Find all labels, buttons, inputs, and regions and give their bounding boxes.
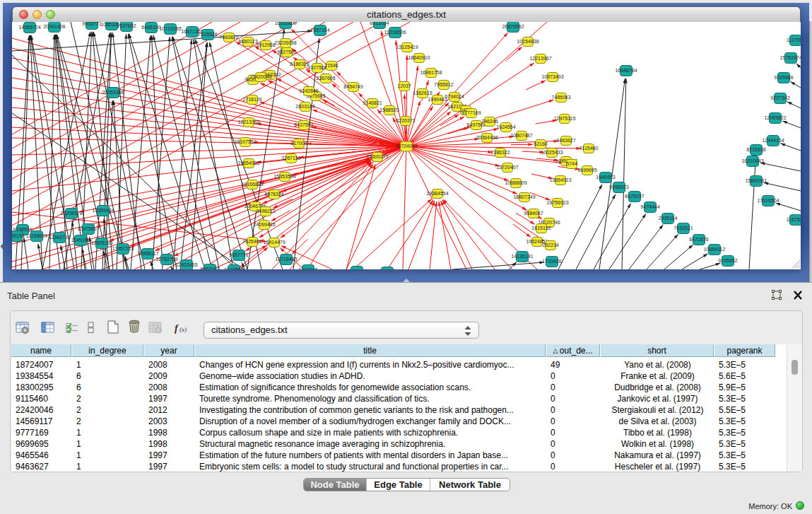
svg-text:24099485: 24099485 bbox=[253, 222, 275, 227]
svg-text:9699695: 9699695 bbox=[577, 168, 596, 173]
svg-text:19756923: 19756923 bbox=[546, 200, 568, 205]
svg-text:15720407: 15720407 bbox=[496, 165, 518, 170]
svg-text:9146821: 9146821 bbox=[363, 100, 382, 105]
svg-text:10654112: 10654112 bbox=[704, 247, 726, 252]
svg-text:2367608: 2367608 bbox=[316, 76, 335, 81]
svg-text:17359934: 17359934 bbox=[92, 208, 114, 213]
svg-text:10688609: 10688609 bbox=[505, 180, 526, 185]
svg-text:6679197: 6679197 bbox=[625, 194, 644, 199]
svg-text:15353594: 15353594 bbox=[273, 174, 295, 179]
svg-text:9777169: 9777169 bbox=[461, 110, 481, 115]
svg-text:12923465: 12923465 bbox=[175, 262, 197, 267]
svg-text:7955812: 7955812 bbox=[434, 82, 453, 87]
svg-text:2718126: 2718126 bbox=[242, 97, 261, 102]
svg-text:10154838: 10154838 bbox=[517, 39, 539, 44]
svg-text:1292346: 1292346 bbox=[298, 267, 317, 269]
svg-text:26876582: 26876582 bbox=[502, 24, 524, 29]
svg-text:1167533: 1167533 bbox=[787, 217, 801, 222]
svg-text:12213967: 12213967 bbox=[529, 56, 551, 61]
svg-text:9329966: 9329966 bbox=[774, 75, 793, 80]
svg-text:17016504: 17016504 bbox=[757, 198, 779, 203]
svg-text:10025433: 10025433 bbox=[541, 150, 563, 155]
svg-text:9857771: 9857771 bbox=[229, 252, 248, 257]
svg-text:1640953: 1640953 bbox=[596, 175, 615, 180]
svg-text:20364436: 20364436 bbox=[476, 135, 498, 140]
svg-text:10973493: 10973493 bbox=[541, 74, 563, 79]
svg-text:746246: 746246 bbox=[481, 119, 498, 124]
svg-text:7857224: 7857224 bbox=[310, 28, 329, 33]
svg-text:23226058: 23226058 bbox=[274, 40, 296, 45]
svg-text:8660123: 8660123 bbox=[238, 39, 257, 44]
svg-text:19654982: 19654982 bbox=[237, 160, 259, 165]
svg-text:9245652: 9245652 bbox=[718, 258, 737, 263]
svg-text:14055724: 14055724 bbox=[18, 25, 40, 30]
svg-text:16210643: 16210643 bbox=[741, 158, 763, 163]
svg-text:20091406: 20091406 bbox=[43, 24, 65, 29]
svg-text:7663822: 7663822 bbox=[219, 35, 238, 40]
svg-text:14136141: 14136141 bbox=[511, 254, 533, 259]
svg-text:12037: 12037 bbox=[397, 83, 411, 88]
svg-text:8174561: 8174561 bbox=[224, 267, 243, 269]
svg-text:12093822: 12093822 bbox=[764, 115, 786, 120]
svg-text:3912958: 3912958 bbox=[256, 42, 275, 47]
svg-text:62160: 62160 bbox=[534, 141, 548, 146]
svg-text:10719185: 10719185 bbox=[159, 26, 181, 31]
svg-text:13716485: 13716485 bbox=[275, 257, 297, 262]
svg-text:20053346: 20053346 bbox=[102, 90, 124, 95]
svg-text:1527602: 1527602 bbox=[117, 23, 136, 28]
svg-text:13654923: 13654923 bbox=[549, 177, 571, 182]
svg-text:23420046: 23420046 bbox=[249, 74, 271, 79]
svg-text:8427552: 8427552 bbox=[294, 122, 313, 127]
svg-text:7632621: 7632621 bbox=[673, 226, 693, 230]
svg-text:7515526: 7515526 bbox=[198, 32, 217, 37]
svg-text:20208578: 20208578 bbox=[60, 211, 82, 216]
svg-text:19218506: 19218506 bbox=[384, 30, 406, 35]
svg-text:939154: 939154 bbox=[12, 233, 25, 238]
svg-text:15300273: 15300273 bbox=[366, 154, 388, 159]
svg-text:1145190: 1145190 bbox=[71, 238, 90, 243]
svg-text:9327503: 9327503 bbox=[277, 49, 296, 54]
svg-text:5744: 5744 bbox=[566, 161, 577, 166]
svg-text:19166825: 19166825 bbox=[241, 182, 263, 187]
svg-text:3267130: 3267130 bbox=[281, 156, 300, 160]
svg-text:317004: 317004 bbox=[290, 141, 307, 146]
svg-text:1117054: 1117054 bbox=[787, 37, 801, 42]
svg-text:15692911: 15692911 bbox=[746, 178, 767, 183]
svg-text:10958117: 10958117 bbox=[137, 251, 159, 256]
svg-text:19384554: 19384554 bbox=[426, 191, 448, 196]
svg-text:3498222: 3498222 bbox=[256, 209, 275, 214]
svg-text:9933771: 9933771 bbox=[82, 22, 101, 26]
svg-text:1624554: 1624554 bbox=[496, 124, 515, 129]
svg-text:2935114: 2935114 bbox=[659, 216, 678, 221]
svg-text:9115460: 9115460 bbox=[579, 146, 599, 151]
svg-text:1362615: 1362615 bbox=[413, 90, 432, 95]
svg-text:12444154: 12444154 bbox=[762, 138, 784, 143]
svg-text:8471676: 8471676 bbox=[689, 237, 708, 242]
svg-text:9862192: 9862192 bbox=[200, 267, 219, 269]
svg-text:18807249: 18807249 bbox=[513, 194, 535, 199]
svg-text:12213369: 12213369 bbox=[237, 119, 259, 124]
svg-text:16107552: 16107552 bbox=[234, 139, 256, 144]
svg-text:16648784: 16648784 bbox=[615, 68, 637, 73]
svg-text:8186328: 8186328 bbox=[290, 62, 309, 66]
svg-text:16033809: 16033809 bbox=[274, 22, 296, 25]
svg-text:17957223: 17957223 bbox=[112, 246, 134, 251]
svg-text:1588520: 1588520 bbox=[379, 107, 399, 112]
svg-text:9463627: 9463627 bbox=[556, 138, 575, 143]
svg-text:7625402: 7625402 bbox=[242, 239, 261, 244]
svg-text:16961758: 16961758 bbox=[420, 70, 442, 75]
svg-text:11156829: 11156829 bbox=[26, 233, 47, 238]
svg-text:10807487: 10807487 bbox=[510, 133, 532, 138]
svg-text:2386322: 2386322 bbox=[490, 150, 510, 155]
svg-text:(x): (x) bbox=[180, 326, 187, 333]
svg-text:8220371: 8220371 bbox=[396, 118, 415, 123]
svg-text:8967193: 8967193 bbox=[347, 269, 366, 269]
svg-text:15751074: 15751074 bbox=[779, 55, 801, 60]
svg-text:252214: 252214 bbox=[542, 243, 558, 247]
svg-text:f: f bbox=[175, 323, 179, 334]
svg-text:9474444: 9474444 bbox=[640, 204, 659, 209]
svg-text:21546: 21546 bbox=[324, 63, 339, 68]
svg-text:6794024: 6794024 bbox=[445, 94, 464, 99]
svg-text:8878334: 8878334 bbox=[264, 192, 283, 197]
svg-text:1615132: 1615132 bbox=[531, 226, 551, 230]
